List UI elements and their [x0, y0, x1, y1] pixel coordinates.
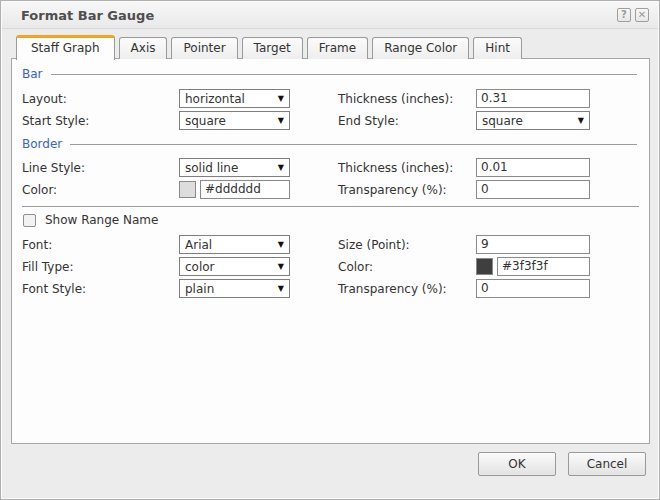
layout-select-value: horizontal [185, 92, 245, 106]
border-transparency-input[interactable]: 0 [476, 180, 590, 199]
chevron-down-icon: ▼ [278, 94, 284, 103]
chevron-down-icon: ▼ [578, 116, 584, 125]
section-rule [70, 144, 637, 145]
start-style-label: Start Style: [22, 114, 179, 128]
range-transparency-input[interactable]: 0 [476, 279, 590, 298]
border-color-field: #dddddd [179, 180, 290, 199]
dialog-titlebar: Format Bar Gauge ? ✕ [2, 2, 658, 29]
tab-hint[interactable]: Hint [473, 37, 522, 59]
bar-style-row: Start Style: square ▼ End Style: square … [22, 111, 639, 130]
bar-thickness-label: Thickness (inches): [338, 92, 476, 106]
fill-color-field: #3f3f3f [476, 257, 590, 276]
fill-type-select[interactable]: color ▼ [179, 257, 290, 276]
font-select-value: Arial [185, 238, 212, 252]
chevron-down-icon: ▼ [278, 116, 284, 125]
fill-color-swatch[interactable] [476, 258, 493, 275]
border-section-header: Border [22, 137, 639, 151]
border-line-row: Line Style: solid line ▼ Thickness (inch… [22, 158, 639, 177]
layout-select[interactable]: horizontal ▼ [179, 89, 290, 108]
show-range-name-label: Show Range Name [45, 213, 158, 227]
show-range-name-row: Show Range Name [23, 213, 639, 227]
border-section-title: Border [22, 137, 62, 151]
size-label: Size (Point): [338, 238, 476, 252]
size-input[interactable]: 9 [476, 235, 590, 254]
border-color-row: Color: #dddddd Transparency (%): 0 [22, 180, 639, 199]
dialog-footer: OK Cancel [478, 452, 646, 476]
border-thickness-input[interactable]: 0.01 [476, 158, 590, 177]
tab-frame[interactable]: Frame [307, 37, 368, 59]
range-transparency-label: Transparency (%): [338, 282, 476, 296]
border-color-swatch[interactable] [179, 181, 196, 198]
close-icon[interactable]: ✕ [635, 8, 649, 22]
tab-target[interactable]: Target [242, 37, 303, 59]
chevron-down-icon: ▼ [278, 163, 284, 172]
tab-axis[interactable]: Axis [119, 37, 168, 59]
bar-thickness-input[interactable]: 0.31 [476, 89, 590, 108]
fill-type-row: Fill Type: color ▼ Color: #3f3f3f [22, 257, 639, 276]
ok-button[interactable]: OK [478, 452, 556, 476]
tab-pointer[interactable]: Pointer [171, 37, 237, 59]
border-transparency-label: Transparency (%): [338, 183, 476, 197]
line-style-select[interactable]: solid line ▼ [179, 158, 290, 177]
bar-layout-row: Layout: horizontal ▼ Thickness (inches):… [22, 89, 639, 108]
font-label: Font: [22, 238, 179, 252]
font-select[interactable]: Arial ▼ [179, 235, 290, 254]
start-style-select-value: square [185, 114, 226, 128]
section-divider [22, 206, 639, 207]
staff-graph-panel: Bar Layout: horizontal ▼ Thickness (inch… [11, 58, 650, 444]
font-style-row: Font Style: plain ▼ Transparency (%): 0 [22, 279, 639, 298]
tab-range-color[interactable]: Range Color [372, 37, 469, 59]
end-style-select[interactable]: square ▼ [476, 111, 590, 130]
bar-section-header: Bar [22, 67, 639, 81]
end-style-select-value: square [482, 114, 523, 128]
layout-label: Layout: [22, 92, 179, 106]
start-style-select[interactable]: square ▼ [179, 111, 290, 130]
border-color-label: Color: [22, 183, 179, 197]
help-icon[interactable]: ? [617, 8, 631, 22]
border-thickness-label: Thickness (inches): [338, 161, 476, 175]
bar-section-title: Bar [22, 67, 43, 81]
section-rule [51, 74, 637, 75]
cancel-button[interactable]: Cancel [568, 452, 646, 476]
tab-bar: Staff Graph Axis Pointer Target Frame Ra… [16, 34, 649, 59]
fill-color-input[interactable]: #3f3f3f [497, 257, 590, 276]
border-color-input[interactable]: #dddddd [200, 180, 290, 199]
format-bar-gauge-dialog: Format Bar Gauge ? ✕ Staff Graph Axis Po… [0, 0, 660, 500]
font-style-select[interactable]: plain ▼ [179, 279, 290, 298]
line-style-label: Line Style: [22, 161, 179, 175]
font-style-label: Font Style: [22, 282, 179, 296]
font-style-select-value: plain [185, 282, 214, 296]
chevron-down-icon: ▼ [278, 284, 284, 293]
fill-color-label: Color: [338, 260, 476, 274]
titlebar-buttons: ? ✕ [617, 8, 649, 22]
show-range-name-checkbox[interactable] [23, 214, 36, 227]
chevron-down-icon: ▼ [278, 262, 284, 271]
dialog-title: Format Bar Gauge [21, 8, 154, 23]
tab-staff-graph[interactable]: Staff Graph [16, 35, 115, 60]
font-row: Font: Arial ▼ Size (Point): 9 [22, 235, 639, 254]
fill-type-select-value: color [185, 260, 215, 274]
chevron-down-icon: ▼ [278, 240, 284, 249]
end-style-label: End Style: [338, 114, 476, 128]
fill-type-label: Fill Type: [22, 260, 179, 274]
line-style-select-value: solid line [185, 161, 238, 175]
